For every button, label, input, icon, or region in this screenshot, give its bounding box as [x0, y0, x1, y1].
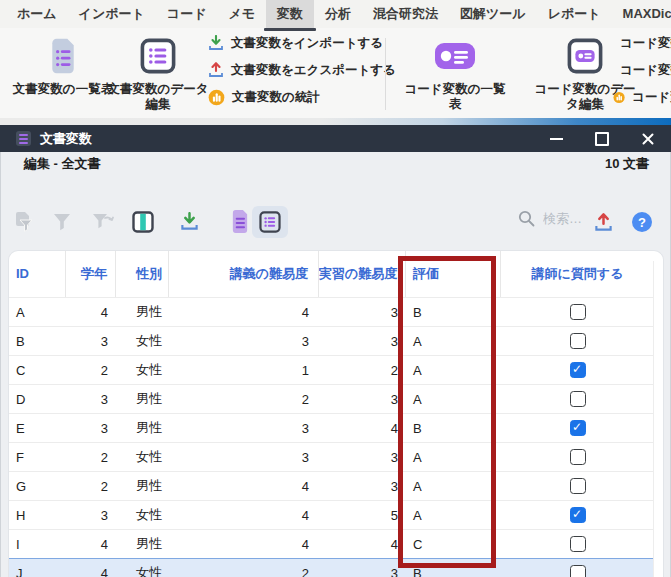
cell-lecture[interactable]: 4 [169, 479, 319, 494]
reset-filter-button[interactable] [92, 212, 114, 232]
export-table-button[interactable] [594, 213, 613, 232]
ribbon-doc-variable-edit[interactable]: 文書変数のデータ編集 [103, 36, 213, 112]
cell-practice[interactable]: 4 [319, 537, 406, 552]
table-row[interactable]: E3男性34B [9, 413, 663, 442]
search-input[interactable] [541, 210, 593, 227]
column-header-grade[interactable]: 学年 [66, 251, 116, 297]
cell-gender[interactable]: 女性 [116, 361, 169, 379]
cell-practice[interactable]: 4 [319, 421, 406, 436]
cell-gender[interactable]: 男性 [116, 390, 169, 408]
list-view-button[interactable] [230, 209, 250, 234]
table-row[interactable]: A4男性43B [9, 297, 663, 326]
cell-grade[interactable]: 3 [66, 508, 116, 523]
column-header-gender[interactable]: 性別 [116, 251, 169, 297]
cell-practice[interactable]: 2 [319, 363, 406, 378]
menu-tab-2[interactable]: コード [156, 0, 218, 28]
menu-tab-7[interactable]: 図解ツール [449, 0, 537, 28]
close-button[interactable] [625, 125, 671, 152]
column-header-lecture-difficulty[interactable]: 講義の難易度 [169, 251, 319, 297]
cell-rating[interactable]: A [406, 334, 501, 349]
help-button[interactable]: ? [632, 212, 652, 232]
menu-tab-0[interactable]: ホーム [6, 0, 68, 28]
cell-gender[interactable]: 女性 [116, 564, 169, 577]
cell-lecture[interactable]: 4 [169, 508, 319, 523]
cell-practice[interactable]: 3 [319, 479, 406, 494]
cell-lecture[interactable]: 4 [169, 305, 319, 320]
cell-id[interactable]: E [9, 421, 66, 436]
cell-gender[interactable]: 女性 [116, 506, 169, 524]
ask-instructor-checkbox[interactable] [570, 420, 586, 436]
cell-grade[interactable]: 4 [66, 305, 116, 320]
cell-id[interactable]: B [9, 334, 66, 349]
ask-instructor-checkbox[interactable] [570, 304, 586, 320]
column-header-ask-instructor[interactable]: 講師に質問する [501, 251, 654, 297]
cell-id[interactable]: A [9, 305, 66, 320]
cell-id[interactable]: D [9, 392, 66, 407]
ask-instructor-checkbox[interactable] [570, 565, 586, 577]
cell-rating[interactable]: A [406, 450, 501, 465]
cell-lecture[interactable]: 2 [169, 392, 319, 407]
cell-gender[interactable]: 男性 [116, 419, 169, 437]
cell-rating[interactable]: B [406, 421, 501, 436]
cell-id[interactable]: G [9, 479, 66, 494]
ribbon-doc-variable-import[interactable]: 文書変数をインポートする [208, 34, 396, 52]
menu-tab-1[interactable]: インポート [68, 0, 156, 28]
cell-rating[interactable]: A [406, 479, 501, 494]
cell-gender[interactable]: 男性 [116, 303, 169, 321]
cell-rating[interactable]: A [406, 363, 501, 378]
cell-id[interactable]: H [9, 508, 66, 523]
ribbon-code-variable-stats[interactable]: コード変数の統計 [613, 88, 671, 106]
filter-button[interactable] [52, 212, 72, 232]
table-row[interactable]: D3男性23A [9, 384, 663, 413]
cell-lecture[interactable]: 3 [169, 334, 319, 349]
cell-lecture[interactable]: 4 [169, 537, 319, 552]
table-row[interactable]: J4女性23B [9, 558, 663, 577]
cell-practice[interactable]: 3 [319, 450, 406, 465]
cell-rating[interactable]: B [406, 566, 501, 577]
cell-grade[interactable]: 3 [66, 421, 116, 436]
column-header-id[interactable]: ID [9, 251, 66, 297]
minimize-button[interactable] [533, 125, 579, 152]
ribbon-code-variable-export[interactable]: コード変数をエクスポートする [613, 61, 671, 79]
ask-instructor-checkbox[interactable] [570, 391, 586, 407]
menu-tab-3[interactable]: メモ [217, 0, 266, 28]
cell-id[interactable]: J [9, 566, 66, 577]
cell-id[interactable]: F [9, 450, 66, 465]
menu-tab-4[interactable]: 変数 [266, 0, 314, 28]
table-row[interactable]: I4男性44C [9, 529, 663, 558]
column-header-rating[interactable]: 評価 [406, 251, 501, 297]
ribbon-code-variable-list[interactable]: コード変数の一覧表 [400, 36, 510, 112]
menu-tab-9[interactable]: MAXDictio [612, 0, 671, 28]
cell-grade[interactable]: 3 [66, 392, 116, 407]
table-row[interactable]: C2女性12A [9, 355, 663, 384]
ask-instructor-checkbox[interactable] [570, 362, 586, 378]
ribbon-code-variable-import[interactable]: コード変数をインポートする [613, 34, 671, 52]
ask-instructor-checkbox[interactable] [570, 536, 586, 552]
cell-rating[interactable]: B [406, 305, 501, 320]
ask-instructor-checkbox[interactable] [570, 333, 586, 349]
ribbon-doc-variable-export[interactable]: 文書変数をエクスポートする [208, 61, 396, 79]
ribbon-doc-variable-stats[interactable]: 文書変数の統計 [208, 88, 396, 106]
menu-tab-8[interactable]: レポート [537, 0, 612, 28]
maximize-button[interactable] [579, 125, 625, 152]
cell-practice[interactable]: 3 [319, 305, 406, 320]
cell-lecture[interactable]: 1 [169, 363, 319, 378]
cell-lecture[interactable]: 3 [169, 450, 319, 465]
cell-rating[interactable]: A [406, 508, 501, 523]
import-data-button[interactable] [180, 212, 199, 231]
ask-instructor-checkbox[interactable] [570, 507, 586, 523]
cell-gender[interactable]: 男性 [116, 477, 169, 495]
ask-instructor-checkbox[interactable] [570, 449, 586, 465]
filter-by-document-button[interactable] [12, 211, 34, 233]
ribbon-doc-variable-list[interactable]: 文書変数の一覧表 [8, 36, 118, 97]
vertical-scrollbar[interactable] [653, 261, 663, 577]
dialog-titlebar[interactable]: 文書変数 [0, 125, 671, 152]
cell-practice[interactable]: 3 [319, 392, 406, 407]
cell-gender[interactable]: 女性 [116, 448, 169, 466]
cell-grade[interactable]: 2 [66, 479, 116, 494]
cell-rating[interactable]: C [406, 537, 501, 552]
table-row[interactable]: F2女性33A [9, 442, 663, 471]
table-row[interactable]: B3女性33A [9, 326, 663, 355]
cell-grade[interactable]: 3 [66, 334, 116, 349]
select-columns-button[interactable] [132, 211, 154, 233]
